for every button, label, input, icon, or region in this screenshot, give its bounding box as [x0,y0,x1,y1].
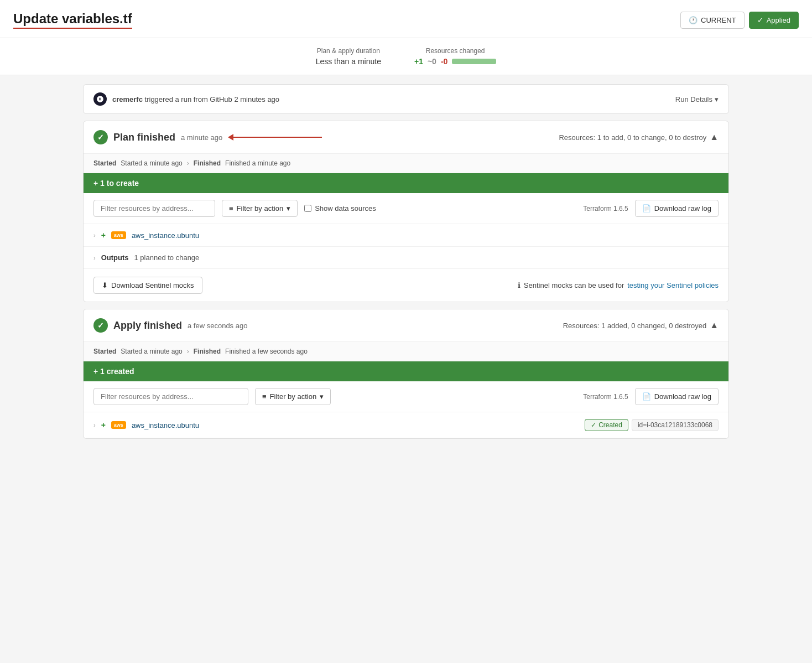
apply-chevron-right-icon: › [93,422,96,428]
sentinel-link[interactable]: testing your Sentinel policies [627,281,719,289]
download-icon: 📄 [642,204,651,213]
plan-label: Plan & apply duration [316,47,381,55]
plus-count: +1 [414,57,423,66]
outputs-row[interactable]: › Outputs 1 planned to change [84,247,728,269]
filter-icon: ≡ [262,392,267,401]
apply-check-icon: ✓ [93,318,108,333]
check-icon: ✓ [591,421,596,429]
avatar [93,92,107,106]
outputs-label: Outputs [101,253,129,262]
apply-filter-row: ≡ Filter by action ▾ Terraform 1.6.5 📄 D… [84,381,728,412]
download-sentinel-icon: ⬇ [102,281,108,289]
apply-create-bar: + 1 created [84,361,728,381]
run-details-button[interactable]: Run Details ▾ [675,95,719,103]
aws-badge: aws [111,231,126,239]
page-title: Update variables.tf [13,11,132,29]
plan-filter-row: ≡ Filter by action ▾ Show data sources T… [84,193,728,224]
plan-collapse-button[interactable]: ▲ [710,132,719,142]
minus-count: -0 [441,57,447,66]
apply-collapse-button[interactable]: ▲ [710,320,719,330]
sentinel-row: ⬇ Download Sentinel mocks ℹ Sentinel moc… [84,269,728,302]
apply-filter-action-button[interactable]: ≡ Filter by action ▾ [255,388,331,405]
trigger-card: cremerfc triggered a run from GitHub 2 m… [83,84,729,114]
chevron-down-icon: ▾ [715,95,719,103]
resources-stat: Resources changed +1 ~0 -0 [414,47,496,66]
plan-create-bar: + 1 to create [84,173,728,193]
apply-resources-summary: Resources: 1 added, 0 changed, 0 destroy… [563,320,719,330]
tilde-count: ~0 [428,57,436,66]
chevron-down-icon: ▾ [320,392,324,401]
trigger-info: cremerfc triggered a run from GitHub 2 m… [93,92,279,106]
plan-header: ✓ Plan finished a minute ago Resources: … [84,121,728,154]
show-sources-checkbox[interactable] [304,205,311,212]
plan-tf-version: Terraform 1.6.5 [583,205,628,213]
apply-download-log-button[interactable]: 📄 Download raw log [635,388,719,405]
check-icon: ✓ [757,16,763,24]
resources-bar: +1 ~0 -0 [414,57,496,66]
download-sentinel-button[interactable]: ⬇ Download Sentinel mocks [93,277,202,294]
plan-filter-input[interactable] [93,200,215,217]
info-icon: ℹ [518,281,520,289]
arrow-line [233,137,322,138]
apply-resource-row[interactable]: › + aws aws_instance.ubuntu ✓ Created id… [84,412,728,438]
plan-download-log-button[interactable]: 📄 Download raw log [635,200,719,217]
plan-check-icon: ✓ [93,130,108,144]
resource-badges: ✓ Created id=i-03ca12189133c0068 [585,419,719,431]
red-arrow [228,134,322,141]
plan-filter-action-button[interactable]: ≡ Filter by action ▾ [222,200,298,217]
main-content: cremerfc triggered a run from GitHub 2 m… [74,75,738,448]
current-button[interactable]: 🕐 CURRENT [680,12,745,29]
plan-value: Less than a minute [316,57,381,66]
plus-icon: + [101,231,106,240]
outputs-sub: 1 planned to change [134,253,200,262]
apply-timeline: Started Started a minute ago › Finished … [84,342,728,361]
outputs-chevron-icon: › [93,255,96,261]
apply-plus-icon: + [101,421,106,429]
created-badge: ✓ Created [585,419,628,431]
apply-resource-name: aws_instance.ubuntu [132,421,199,429]
sentinel-info: ℹ Sentinel mocks can be used for testing… [518,281,719,289]
header-buttons: 🕐 CURRENT ✓ Applied [680,12,799,29]
apply-tf-version: Terraform 1.6.5 [583,393,628,401]
show-data-sources[interactable]: Show data sources [304,204,376,213]
plan-duration-stat: Plan & apply duration Less than a minute [316,47,381,66]
apply-header: ✓ Apply finished a few seconds ago Resou… [84,309,728,342]
clock-icon: 🕐 [689,16,698,24]
stats-bar: Plan & apply duration Less than a minute… [0,38,812,75]
plan-resource-row[interactable]: › + aws aws_instance.ubuntu [84,224,728,247]
plan-resources-summary: Resources: 1 to add, 0 to change, 0 to d… [559,132,719,142]
apply-section: ✓ Apply finished a few seconds ago Resou… [83,309,729,439]
plan-title: ✓ Plan finished a minute ago [93,130,322,144]
resource-id-badge: id=i-03ca12189133c0068 [632,419,719,431]
arrow-head [228,134,233,141]
apply-title: ✓ Apply finished a few seconds ago [93,318,247,333]
resources-label: Resources changed [414,47,496,55]
filter-icon: ≡ [229,204,233,213]
apply-filter-input[interactable] [93,388,248,405]
chevron-down-icon: ▾ [287,204,290,213]
download-icon: 📄 [642,392,651,401]
plan-timeline: Started Started a minute ago › Finished … [84,154,728,173]
chevron-right-icon: › [93,232,96,239]
progress-bar [452,59,496,64]
apply-aws-badge: aws [111,421,126,429]
page-header: Update variables.tf 🕐 CURRENT ✓ Applied [0,0,812,38]
applied-button[interactable]: ✓ Applied [749,12,799,29]
plan-section: ✓ Plan finished a minute ago Resources: … [83,121,729,302]
plan-resource-name: aws_instance.ubuntu [132,231,199,240]
trigger-text: cremerfc triggered a run from GitHub 2 m… [112,95,279,103]
